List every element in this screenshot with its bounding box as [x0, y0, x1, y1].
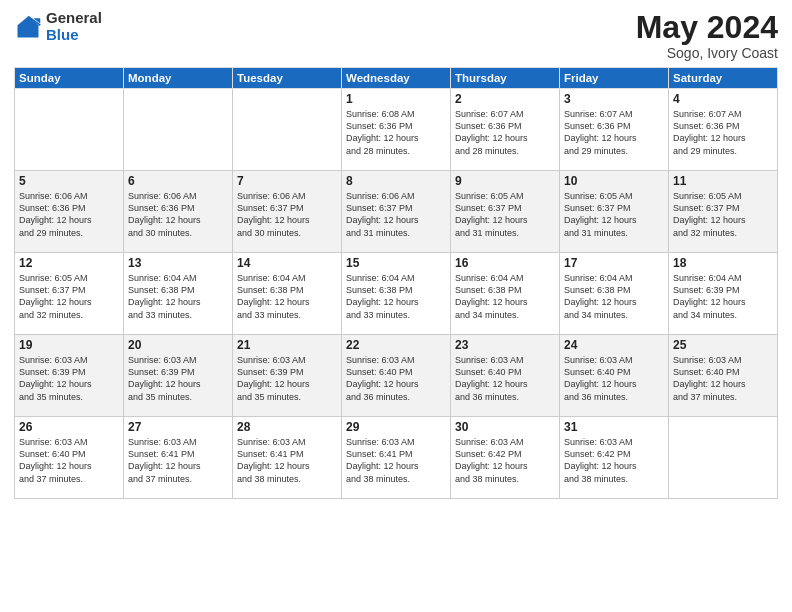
day-info: Sunrise: 6:05 AM Sunset: 6:37 PM Dayligh… — [455, 190, 555, 239]
table-cell: 9Sunrise: 6:05 AM Sunset: 6:37 PM Daylig… — [451, 171, 560, 253]
day-number: 10 — [564, 174, 664, 188]
table-cell: 25Sunrise: 6:03 AM Sunset: 6:40 PM Dayli… — [669, 335, 778, 417]
table-cell: 27Sunrise: 6:03 AM Sunset: 6:41 PM Dayli… — [124, 417, 233, 499]
day-number: 7 — [237, 174, 337, 188]
table-cell: 5Sunrise: 6:06 AM Sunset: 6:36 PM Daylig… — [15, 171, 124, 253]
day-number: 25 — [673, 338, 773, 352]
day-info: Sunrise: 6:06 AM Sunset: 6:36 PM Dayligh… — [19, 190, 119, 239]
day-number: 17 — [564, 256, 664, 270]
week-row-0: 1Sunrise: 6:08 AM Sunset: 6:36 PM Daylig… — [15, 89, 778, 171]
day-number: 23 — [455, 338, 555, 352]
table-cell: 17Sunrise: 6:04 AM Sunset: 6:38 PM Dayli… — [560, 253, 669, 335]
day-info: Sunrise: 6:08 AM Sunset: 6:36 PM Dayligh… — [346, 108, 446, 157]
col-friday: Friday — [560, 68, 669, 89]
day-info: Sunrise: 6:03 AM Sunset: 6:40 PM Dayligh… — [673, 354, 773, 403]
day-info: Sunrise: 6:06 AM Sunset: 6:37 PM Dayligh… — [237, 190, 337, 239]
day-info: Sunrise: 6:06 AM Sunset: 6:37 PM Dayligh… — [346, 190, 446, 239]
table-cell: 24Sunrise: 6:03 AM Sunset: 6:40 PM Dayli… — [560, 335, 669, 417]
day-info: Sunrise: 6:07 AM Sunset: 6:36 PM Dayligh… — [455, 108, 555, 157]
day-number: 9 — [455, 174, 555, 188]
table-cell: 28Sunrise: 6:03 AM Sunset: 6:41 PM Dayli… — [233, 417, 342, 499]
day-number: 5 — [19, 174, 119, 188]
day-number: 6 — [128, 174, 228, 188]
day-info: Sunrise: 6:05 AM Sunset: 6:37 PM Dayligh… — [673, 190, 773, 239]
day-number: 1 — [346, 92, 446, 106]
table-cell — [669, 417, 778, 499]
day-number: 15 — [346, 256, 446, 270]
table-cell: 21Sunrise: 6:03 AM Sunset: 6:39 PM Dayli… — [233, 335, 342, 417]
day-info: Sunrise: 6:03 AM Sunset: 6:41 PM Dayligh… — [237, 436, 337, 485]
table-cell: 14Sunrise: 6:04 AM Sunset: 6:38 PM Dayli… — [233, 253, 342, 335]
day-number: 14 — [237, 256, 337, 270]
week-row-3: 19Sunrise: 6:03 AM Sunset: 6:39 PM Dayli… — [15, 335, 778, 417]
calendar-table: Sunday Monday Tuesday Wednesday Thursday… — [14, 67, 778, 499]
table-cell: 22Sunrise: 6:03 AM Sunset: 6:40 PM Dayli… — [342, 335, 451, 417]
day-info: Sunrise: 6:04 AM Sunset: 6:38 PM Dayligh… — [455, 272, 555, 321]
day-info: Sunrise: 6:07 AM Sunset: 6:36 PM Dayligh… — [564, 108, 664, 157]
day-info: Sunrise: 6:03 AM Sunset: 6:42 PM Dayligh… — [455, 436, 555, 485]
table-cell: 6Sunrise: 6:06 AM Sunset: 6:36 PM Daylig… — [124, 171, 233, 253]
header-row: Sunday Monday Tuesday Wednesday Thursday… — [15, 68, 778, 89]
day-info: Sunrise: 6:03 AM Sunset: 6:40 PM Dayligh… — [19, 436, 119, 485]
day-number: 30 — [455, 420, 555, 434]
day-info: Sunrise: 6:07 AM Sunset: 6:36 PM Dayligh… — [673, 108, 773, 157]
day-number: 24 — [564, 338, 664, 352]
logo-text: General Blue — [46, 10, 102, 43]
day-number: 8 — [346, 174, 446, 188]
day-info: Sunrise: 6:03 AM Sunset: 6:41 PM Dayligh… — [346, 436, 446, 485]
day-number: 31 — [564, 420, 664, 434]
day-info: Sunrise: 6:05 AM Sunset: 6:37 PM Dayligh… — [19, 272, 119, 321]
day-number: 13 — [128, 256, 228, 270]
table-cell: 26Sunrise: 6:03 AM Sunset: 6:40 PM Dayli… — [15, 417, 124, 499]
day-info: Sunrise: 6:03 AM Sunset: 6:40 PM Dayligh… — [346, 354, 446, 403]
table-cell — [15, 89, 124, 171]
day-info: Sunrise: 6:04 AM Sunset: 6:39 PM Dayligh… — [673, 272, 773, 321]
logo-general-text: General — [46, 10, 102, 27]
table-cell: 10Sunrise: 6:05 AM Sunset: 6:37 PM Dayli… — [560, 171, 669, 253]
day-number: 26 — [19, 420, 119, 434]
table-cell: 3Sunrise: 6:07 AM Sunset: 6:36 PM Daylig… — [560, 89, 669, 171]
logo-icon — [14, 13, 42, 41]
table-cell: 23Sunrise: 6:03 AM Sunset: 6:40 PM Dayli… — [451, 335, 560, 417]
header: General Blue May 2024 Sogo, Ivory Coast — [14, 10, 778, 61]
day-number: 2 — [455, 92, 555, 106]
day-info: Sunrise: 6:03 AM Sunset: 6:39 PM Dayligh… — [19, 354, 119, 403]
day-info: Sunrise: 6:04 AM Sunset: 6:38 PM Dayligh… — [346, 272, 446, 321]
subtitle: Sogo, Ivory Coast — [636, 45, 778, 61]
table-cell: 13Sunrise: 6:04 AM Sunset: 6:38 PM Dayli… — [124, 253, 233, 335]
logo: General Blue — [14, 10, 102, 43]
day-number: 4 — [673, 92, 773, 106]
day-number: 3 — [564, 92, 664, 106]
col-wednesday: Wednesday — [342, 68, 451, 89]
table-cell: 20Sunrise: 6:03 AM Sunset: 6:39 PM Dayli… — [124, 335, 233, 417]
day-info: Sunrise: 6:03 AM Sunset: 6:40 PM Dayligh… — [564, 354, 664, 403]
table-cell: 31Sunrise: 6:03 AM Sunset: 6:42 PM Dayli… — [560, 417, 669, 499]
table-cell — [233, 89, 342, 171]
day-number: 21 — [237, 338, 337, 352]
table-cell: 7Sunrise: 6:06 AM Sunset: 6:37 PM Daylig… — [233, 171, 342, 253]
week-row-4: 26Sunrise: 6:03 AM Sunset: 6:40 PM Dayli… — [15, 417, 778, 499]
day-number: 20 — [128, 338, 228, 352]
col-sunday: Sunday — [15, 68, 124, 89]
table-cell: 4Sunrise: 6:07 AM Sunset: 6:36 PM Daylig… — [669, 89, 778, 171]
col-thursday: Thursday — [451, 68, 560, 89]
day-info: Sunrise: 6:06 AM Sunset: 6:36 PM Dayligh… — [128, 190, 228, 239]
day-info: Sunrise: 6:03 AM Sunset: 6:39 PM Dayligh… — [128, 354, 228, 403]
day-number: 12 — [19, 256, 119, 270]
day-info: Sunrise: 6:04 AM Sunset: 6:38 PM Dayligh… — [564, 272, 664, 321]
day-info: Sunrise: 6:03 AM Sunset: 6:40 PM Dayligh… — [455, 354, 555, 403]
week-row-2: 12Sunrise: 6:05 AM Sunset: 6:37 PM Dayli… — [15, 253, 778, 335]
day-number: 18 — [673, 256, 773, 270]
table-cell: 30Sunrise: 6:03 AM Sunset: 6:42 PM Dayli… — [451, 417, 560, 499]
col-monday: Monday — [124, 68, 233, 89]
day-info: Sunrise: 6:03 AM Sunset: 6:42 PM Dayligh… — [564, 436, 664, 485]
day-info: Sunrise: 6:04 AM Sunset: 6:38 PM Dayligh… — [237, 272, 337, 321]
table-cell: 12Sunrise: 6:05 AM Sunset: 6:37 PM Dayli… — [15, 253, 124, 335]
day-info: Sunrise: 6:03 AM Sunset: 6:41 PM Dayligh… — [128, 436, 228, 485]
day-info: Sunrise: 6:04 AM Sunset: 6:38 PM Dayligh… — [128, 272, 228, 321]
day-number: 28 — [237, 420, 337, 434]
table-cell: 15Sunrise: 6:04 AM Sunset: 6:38 PM Dayli… — [342, 253, 451, 335]
day-number: 27 — [128, 420, 228, 434]
day-number: 29 — [346, 420, 446, 434]
day-number: 22 — [346, 338, 446, 352]
